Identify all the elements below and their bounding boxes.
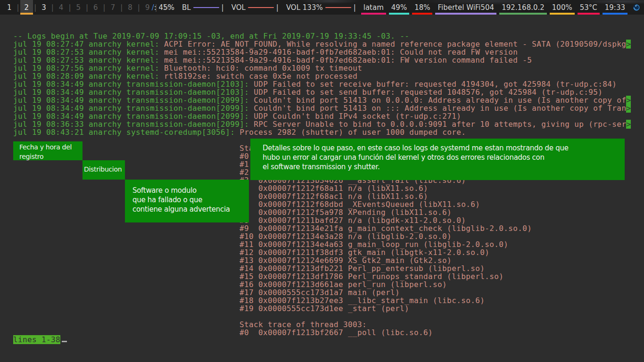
backlight-handle[interactable]: | <box>222 3 224 12</box>
annotation-distribution: Distribucion <box>83 160 125 180</box>
log-line: jul 19 08:27:53 anarchy kernel: mei mei:… <box>13 48 631 56</box>
status-cpu-temp-label: 53°C <box>580 3 597 12</box>
workspace-label: 8 <box>128 3 132 12</box>
workspace-separator: | <box>33 0 37 15</box>
workspace-3[interactable]: 3 <box>37 0 50 15</box>
status-indicator-49-label: 49% <box>391 3 407 12</box>
workspace-label: 6 <box>93 3 98 12</box>
log-line: #13 0x00007f12124e6699 XS_Gtk2_main (Gtk… <box>13 256 631 264</box>
log-message: #19 0x0000555cc173d1ee _start (perl) <box>239 304 409 313</box>
workspace-separator: | <box>85 0 89 15</box>
workspace-separator: | <box>119 0 124 15</box>
terminal-lines: -- Logs begin at Tue 2019-07-09 17:09:15… <box>13 32 631 337</box>
backlight-label: BL <box>182 3 191 12</box>
workspace-label: 4 <box>59 3 64 12</box>
log-line: jul 19 08:27:56 anarchy kernel: Bluetoot… <box>13 64 631 72</box>
volume-percent-track[interactable] <box>325 7 351 8</box>
log-line: #5 0x00007f1212f68ac1 n/a (libX11.so.6) <box>13 192 631 200</box>
workspace-separator: | <box>16 0 20 15</box>
volume-percent-label: VOL 133% <box>286 3 323 12</box>
workspace-separator: | <box>102 0 107 15</box>
pager-line-range: lines 1-38 <box>13 335 60 344</box>
workspace-2[interactable]: 2 <box>20 0 33 15</box>
log-line: #16 0x00007f1213d661ae perl_run (libperl… <box>13 280 631 288</box>
status-wifi-network-label: Fibertel WiFi504 <box>438 3 494 12</box>
workspace-label: 7 <box>111 3 116 12</box>
workspace-5[interactable]: 5 <box>72 0 85 15</box>
log-line: -- Logs begin at Tue 2019-07-09 17:09:15… <box>13 32 631 40</box>
volume-handle[interactable]: | <box>276 3 279 12</box>
backlight-slider[interactable]: BL | <box>182 0 224 15</box>
status-indicator-100-label: 100% <box>552 3 572 12</box>
status-keyboard-layout: latam <box>363 0 384 15</box>
log-line: jul 19 08:27:53 anarchy kernel: mei mei:… <box>13 56 631 64</box>
log-line: Stack trace of thread 3003: <box>13 321 631 329</box>
log-line: jul 19 08:34:49 anarchy transmission-dae… <box>13 80 631 88</box>
disk-usage: /: 45% <box>152 0 174 15</box>
workspace-label: 5 <box>76 3 81 12</box>
volume-slider[interactable]: VOL | <box>231 0 279 15</box>
log-line: jul 19 08:27:47 anarchy kernel: ACPI Err… <box>13 40 631 48</box>
volume-percent-handle[interactable]: | <box>354 3 356 12</box>
workspace-8[interactable]: 8 <box>124 0 137 15</box>
workspace-separator: | <box>67 0 72 15</box>
log-line: #0 0x00007f1213bf2667 __poll (libc.so.6) <box>13 329 631 337</box>
log-line: jul 19 08:34:49 anarchy transmission-dae… <box>13 88 631 96</box>
workspace-switcher: 1|2|3|4|5|6|7|8|9|10 <box>0 0 176 15</box>
backlight-track[interactable] <box>193 7 219 8</box>
workspace-7[interactable]: 7 <box>107 0 120 15</box>
log-message: Process 2982 (shutter) of user 1000 dump… <box>239 128 466 137</box>
status-ip-address-label: 192.168.0.2 <box>502 3 545 12</box>
log-line <box>13 313 631 321</box>
status-indicator-100: 100% <box>552 0 572 15</box>
workspace-4[interactable]: 4 <box>55 0 68 15</box>
log-line: #4 0x00007f1212f68a11 n/a (libX11.so.6) <box>13 184 631 192</box>
status-indicator-18: 18% <box>414 0 430 15</box>
badge-group: latam49%18%Fibertel WiFi504192.168.0.210… <box>363 0 625 15</box>
terminal-window[interactable]: -- Logs begin at Tue 2019-07-09 17:09:15… <box>0 15 644 362</box>
log-line: #18 0x00007f1213b27ee3 __libc_start_main… <box>13 296 631 304</box>
status-wifi-network: Fibertel WiFi504 <box>438 0 494 15</box>
annotation-details: Detalles sobre lo que paso, en este caso… <box>250 139 625 180</box>
workspace-1[interactable]: 1 <box>3 0 16 15</box>
status-indicator-18-label: 18% <box>414 3 430 12</box>
workspace-6[interactable]: 6 <box>89 0 102 15</box>
log-line: jul 19 08:43:21 anarchy systemd-coredump… <box>13 128 631 136</box>
workspace-label: 3 <box>41 3 46 12</box>
log-line: #7 0x00007f1212f5a978 XPending (libX11.s… <box>13 208 631 216</box>
log-line: #12 0x00007f1211f38df3 gtk_main (libgtk-… <box>13 248 631 256</box>
status-indicator-49: 49% <box>391 0 407 15</box>
log-line: #8 0x00007f1211bafd27 n/a (libgdk-x11-2.… <box>13 216 631 224</box>
truncation-marker: > <box>626 120 631 129</box>
workspace-label: 2 <box>25 3 29 12</box>
status-cpu-temp: 53°C <box>580 0 597 15</box>
log-message: #0 0x00007f1213bf2667 __poll (libc.so.6) <box>239 328 433 337</box>
firefox-icon[interactable] <box>633 0 640 15</box>
status-segments: /: 45% BL | VOL | VOL 133% | latam49%18%… <box>152 0 640 15</box>
log-line: #15 0x00007f1213df1786 Perl_runops_stand… <box>13 272 631 280</box>
status-bar: 1|2|3|4|5|6|7|8|9|10 /: 45% BL | VOL | V… <box>0 0 644 15</box>
terminal-cursor <box>62 341 67 342</box>
log-line: #10 0x00007f12134e3a28 n/a (libglib-2.0.… <box>13 232 631 240</box>
workspace-label: 9 <box>145 3 150 12</box>
log-line: jul 19 08:34:49 anarchy transmission-dae… <box>13 104 631 112</box>
disk-value: : 45% <box>154 3 174 12</box>
status-clock: 19:33 <box>605 0 625 15</box>
truncation-marker: > <box>626 40 631 49</box>
log-line: #11 0x00007f12134e4a63 g_main_loop_run (… <box>13 240 631 248</box>
log-line: #17 0x0000555cc173d1a7 main (perl) <box>13 288 631 296</box>
status-ip-address: 192.168.0.2 <box>502 0 545 15</box>
log-line: #14 0x00007f1213dfb221 Perl_pp_entersub … <box>13 264 631 272</box>
log-line: jul 19 08:28:09 anarchy kernel: rtl8192s… <box>13 72 631 80</box>
log-prefix: jul 19 08:43:21 anarchy systemd-coredump… <box>13 128 239 137</box>
volume-percent-slider[interactable]: VOL 133% | <box>286 0 356 15</box>
workspace-separator: | <box>137 0 141 15</box>
workspace-separator: | <box>50 0 55 15</box>
status-keyboard-layout-label: latam <box>363 3 384 12</box>
pager-status: lines 1-38 <box>13 336 67 344</box>
log-line: jul 19 08:34:49 anarchy transmission-dae… <box>13 112 631 120</box>
annotation-software-module: Software o modulo que ha fallado o que c… <box>125 180 249 222</box>
workspace-label: 1 <box>7 3 12 12</box>
truncation-marker: > <box>626 104 631 113</box>
volume-track[interactable] <box>248 7 274 8</box>
